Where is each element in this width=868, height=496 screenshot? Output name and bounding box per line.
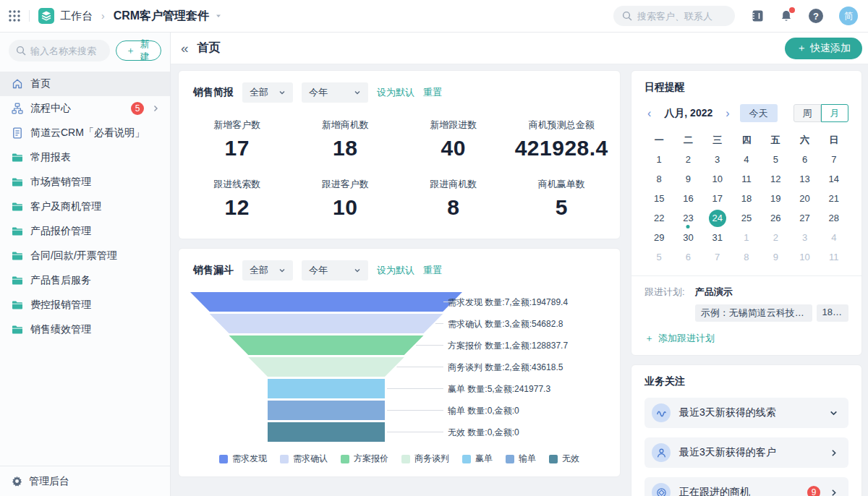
calendar-day[interactable]: 23 — [673, 208, 702, 228]
calendar-day[interactable]: 28 — [820, 208, 848, 228]
brief-scope-select[interactable]: 全部 — [242, 82, 293, 103]
sidebar-item-3[interactable]: 常用报表 — [0, 145, 170, 170]
calendar-day[interactable]: 3 — [790, 228, 819, 247]
calendar-day[interactable]: 4 — [820, 228, 848, 247]
sidebar-search-input[interactable] — [30, 46, 103, 56]
legend-item-3[interactable]: 商务谈判 — [401, 453, 449, 465]
calendar-day[interactable]: 13 — [790, 169, 819, 189]
legend-item-0[interactable]: 需求发现 — [219, 453, 267, 465]
funnel-segment-1[interactable] — [210, 314, 443, 333]
funnel-period-select[interactable]: 今年 — [302, 260, 368, 281]
app-title[interactable]: CRM客户管理套件 — [114, 9, 209, 24]
calendar-day[interactable]: 10 — [703, 169, 732, 189]
sidebar-item-10[interactable]: 销售绩效管理 — [0, 317, 170, 342]
calendar-day-selected[interactable]: 24 — [703, 208, 732, 228]
brief-set-default-link[interactable]: 设为默认 — [377, 86, 414, 99]
business-row-2[interactable]: 正在跟进的商机9 — [644, 477, 848, 496]
calendar-day[interactable]: 16 — [673, 189, 702, 208]
new-button[interactable]: ＋新建 — [116, 40, 161, 61]
calendar-day[interactable]: 9 — [673, 169, 702, 189]
calendar-day[interactable]: 17 — [703, 189, 732, 208]
legend-item-6[interactable]: 无效 — [549, 453, 579, 465]
calendar-day[interactable]: 3 — [703, 150, 732, 169]
followup-title[interactable]: 产品演示 — [695, 286, 848, 299]
sidebar-item-4[interactable]: 市场营销管理 — [0, 170, 170, 194]
legend-item-5[interactable]: 输单 — [506, 453, 536, 465]
calendar-day[interactable]: 15 — [644, 189, 673, 208]
followup-company-tag[interactable]: 示例：无锡简道云科技有限... — [695, 304, 812, 322]
funnel-reset-link[interactable]: 重置 — [423, 264, 442, 277]
notifications-bell-icon[interactable] — [780, 9, 793, 22]
calendar-day[interactable]: 5 — [644, 247, 673, 267]
calendar-day[interactable]: 10 — [790, 247, 819, 267]
brief-reset-link[interactable]: 重置 — [423, 86, 442, 99]
business-row-0[interactable]: 最近3天新获得的线索 — [644, 398, 848, 428]
calendar-day[interactable]: 27 — [790, 208, 819, 228]
funnel-segment-4[interactable] — [268, 379, 385, 398]
calendar-day[interactable]: 2 — [761, 228, 790, 247]
calendar-day[interactable]: 12 — [761, 169, 790, 189]
business-row-1[interactable]: 最近3天新获得的客户 — [644, 437, 848, 468]
funnel-segment-6[interactable] — [268, 422, 385, 442]
calendar-day[interactable]: 6 — [790, 150, 819, 169]
funnel-set-default-link[interactable]: 设为默认 — [377, 264, 414, 277]
calendar-day[interactable]: 6 — [673, 247, 702, 267]
global-search-input[interactable] — [637, 11, 720, 22]
sidebar-item-8[interactable]: 产品售后服务 — [0, 268, 170, 293]
prev-month-icon[interactable]: ‹ — [644, 108, 654, 119]
sidebar-item-5[interactable]: 客户及商机管理 — [0, 194, 170, 219]
sidebar-item-7[interactable]: 合同/回款/开票管理 — [0, 244, 170, 268]
funnel-segment-0[interactable] — [190, 292, 462, 312]
quick-add-button[interactable]: ＋快速添加 — [785, 38, 862, 59]
workspace-logo-icon[interactable] — [38, 8, 54, 24]
calendar-day[interactable]: 20 — [790, 189, 819, 208]
calendar-day[interactable]: 30 — [673, 228, 702, 247]
calendar-day[interactable]: 8 — [732, 247, 761, 267]
calendar-day[interactable]: 5 — [761, 150, 790, 169]
month-toggle-button[interactable]: 月 — [821, 104, 848, 122]
calendar-day[interactable]: 11 — [732, 169, 761, 189]
legend-item-1[interactable]: 需求确认 — [280, 453, 328, 465]
funnel-segment-3[interactable] — [248, 357, 404, 377]
brief-period-select[interactable]: 今年 — [302, 82, 368, 103]
calendar-day[interactable]: 26 — [761, 208, 790, 228]
calendar-day[interactable]: 11 — [820, 247, 848, 267]
avatar[interactable]: 简 — [839, 7, 858, 25]
global-search[interactable] — [613, 6, 735, 26]
legend-item-2[interactable]: 方案报价 — [341, 453, 388, 465]
calendar-day[interactable]: 19 — [761, 189, 790, 208]
app-switch-caret-icon[interactable] — [215, 12, 222, 20]
next-month-icon[interactable]: › — [723, 108, 732, 119]
workspace-label[interactable]: 工作台 — [60, 9, 93, 23]
contacts-book-icon[interactable] — [751, 9, 764, 22]
calendar-day[interactable]: 1 — [732, 228, 761, 247]
calendar-day[interactable]: 31 — [703, 228, 732, 247]
funnel-segment-2[interactable] — [229, 335, 424, 355]
sidebar-item-6[interactable]: 产品报价管理 — [0, 219, 170, 244]
calendar-day[interactable]: 2 — [673, 150, 702, 169]
sidebar-item-9[interactable]: 费控报销管理 — [0, 293, 170, 317]
sidebar-item-1[interactable]: 流程中心5 — [0, 96, 170, 121]
calendar-day[interactable]: 25 — [732, 208, 761, 228]
calendar-day[interactable]: 4 — [732, 150, 761, 169]
add-followup-link[interactable]: ＋ 添加跟进计划 — [644, 332, 848, 345]
sidebar-item-2[interactable]: 简道云CRM「必看说明」 — [0, 121, 170, 145]
calendar-day[interactable]: 22 — [644, 208, 673, 228]
apps-grid-icon[interactable] — [9, 10, 20, 22]
calendar-day[interactable]: 7 — [820, 150, 848, 169]
week-toggle-button[interactable]: 周 — [793, 104, 821, 122]
help-icon[interactable]: ? — [809, 9, 823, 23]
legend-item-4[interactable]: 赢单 — [462, 453, 493, 465]
funnel-segment-5[interactable] — [268, 401, 385, 420]
calendar-day[interactable]: 21 — [820, 189, 848, 208]
admin-backend-button[interactable]: 管理后台 — [0, 466, 170, 496]
calendar-day[interactable]: 7 — [703, 247, 732, 267]
today-button[interactable]: 今天 — [740, 104, 778, 122]
sidebar-search[interactable] — [9, 40, 110, 61]
sidebar-item-0[interactable]: 首页 — [0, 72, 170, 96]
calendar-day[interactable]: 1 — [644, 150, 673, 169]
calendar-day[interactable]: 9 — [761, 247, 790, 267]
collapse-sidebar-icon[interactable]: « — [176, 41, 193, 55]
calendar-day[interactable]: 8 — [644, 169, 673, 189]
calendar-day[interactable]: 18 — [732, 189, 761, 208]
